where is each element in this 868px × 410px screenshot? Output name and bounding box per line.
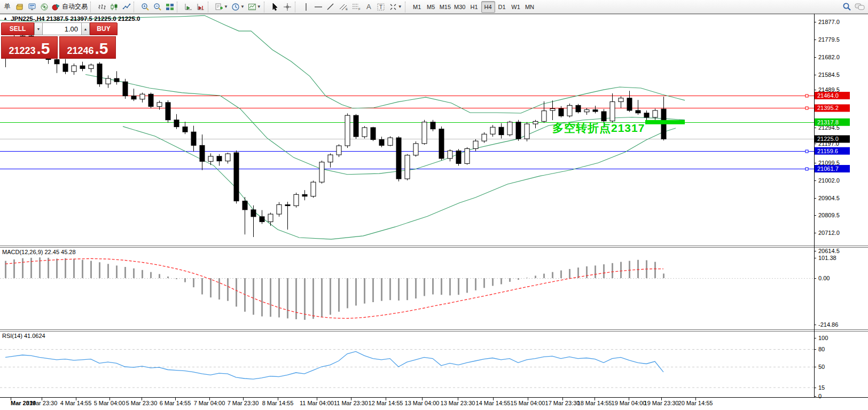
candle-bear (183, 127, 187, 132)
one-click-trading-panel: SELL ▼ 1.00 ▲ BUY 21223 .5 21246 .5 (1, 22, 118, 59)
chart-frame (0, 14, 868, 398)
chart-canvas[interactable]: 21877.021779.521682.021584.521489.521294… (0, 14, 868, 410)
axis-tick-label: 20904.5 (818, 195, 840, 201)
time-axis-label: 11 Mar 04:00 (300, 400, 334, 406)
signal-icon[interactable] (38, 1, 50, 13)
autotrading-button[interactable]: 自动交易 (50, 1, 89, 13)
hline-handle[interactable] (806, 107, 808, 109)
tab-timeframe-m15[interactable]: M15 (438, 1, 452, 13)
tab-timeframe-m30[interactable]: M30 (452, 1, 467, 13)
time-axis-label: 7 Mar 23:30 (228, 400, 259, 406)
candle-bear (644, 113, 649, 117)
candle-bear (499, 127, 504, 135)
symbol-period-label: JPN225-,H4 (11, 15, 44, 22)
macd-indicator-label: MACD(12,26,9) 22.45 45.28 (2, 249, 76, 255)
candle-bear (302, 194, 307, 196)
axis-tick-label: 21002.0 (818, 177, 840, 184)
candle-bear (396, 138, 401, 179)
new-chart-button[interactable]: ▼ (213, 1, 230, 13)
buy-price-display[interactable]: 21246 .5 (59, 36, 116, 59)
candlestick-chart-type-icon[interactable] (108, 1, 120, 13)
hline-handle[interactable] (806, 150, 808, 153)
auto-scroll-icon[interactable] (182, 1, 194, 13)
hline-handle[interactable] (806, 168, 808, 170)
candle-bull (473, 141, 478, 148)
toolbar-separator (405, 2, 409, 12)
candle-bear (601, 112, 606, 121)
sell-price-display[interactable]: 21223 .5 (1, 36, 58, 59)
tab-timeframe-h4[interactable]: H4 (481, 1, 495, 13)
tile-windows-icon[interactable] (163, 1, 176, 13)
sell-button[interactable]: SELL (1, 22, 34, 35)
channel-tool-icon[interactable]: E (337, 1, 350, 13)
toolbar-separator (264, 2, 268, 12)
candle-bull (157, 102, 162, 106)
price-badge[interactable]: 21317.8 (815, 119, 850, 126)
tab-timeframe-m5[interactable]: M5 (424, 1, 438, 13)
tab-timeframe-h1[interactable]: H1 (467, 1, 481, 13)
candle-bull (507, 122, 512, 135)
svg-text:T: T (379, 4, 382, 10)
arrows-tool-button[interactable]: ▼ (387, 1, 404, 13)
price-badge[interactable]: 21464.0 (815, 92, 850, 99)
candle-bear (200, 145, 205, 161)
hline-handle[interactable] (806, 94, 808, 97)
candle-bear (627, 98, 632, 111)
price-badge[interactable]: 21061.7 (815, 165, 850, 172)
zoom-out-icon[interactable] (151, 1, 163, 13)
candle-bear (80, 66, 85, 68)
market-watch-icon[interactable] (13, 1, 26, 13)
chart-shift-icon[interactable] (194, 1, 207, 13)
templates-button[interactable]: ▼ (246, 1, 263, 13)
rsi-panel (0, 350, 814, 388)
candle-bear (63, 64, 68, 72)
terminal-icon[interactable] (26, 1, 38, 13)
bar-chart-type-icon[interactable] (96, 1, 108, 13)
collapse-panel-icon[interactable]: ▲ (3, 16, 7, 21)
dropdown-caret-icon: ▼ (398, 4, 402, 9)
label-tool-icon[interactable]: T (375, 1, 387, 13)
highlight-bar[interactable] (645, 120, 685, 124)
time-axis[interactable]: Mar 20193 Mar 23:304 Mar 14:555 Mar 04:0… (11, 398, 713, 406)
price-badge[interactable]: 21225.0 (815, 135, 850, 143)
periods-button[interactable]: ▼ (230, 1, 246, 13)
price-badge[interactable]: 21159.6 (815, 147, 850, 155)
tab-timeframe-w1[interactable]: W1 (509, 1, 523, 13)
axis-tick-label: 100 (818, 335, 828, 341)
candle-bear (636, 111, 640, 113)
text-tool-icon[interactable]: A (363, 1, 375, 13)
candle-bear (234, 153, 239, 201)
candle-bear (559, 109, 564, 116)
zoom-in-icon[interactable] (139, 1, 151, 13)
candle-bull (584, 110, 589, 112)
candle-bear (97, 64, 102, 84)
svg-text:E: E (346, 7, 348, 11)
cursor-tool-icon[interactable] (269, 1, 281, 13)
volume-increase-button[interactable]: ▲ (81, 22, 90, 35)
search-icon[interactable] (841, 1, 853, 13)
price-badge[interactable]: 21395.2 (815, 104, 850, 112)
tab-timeframe-mn[interactable]: MN (523, 1, 537, 13)
volume-decrease-button[interactable]: ▼ (34, 22, 43, 35)
tab-timeframe-m1[interactable]: M1 (410, 1, 424, 13)
line-chart-type-icon[interactable] (120, 1, 132, 13)
time-axis-label: 15 Mar 04:00 (511, 400, 545, 406)
volume-input[interactable]: 1.00 (43, 22, 81, 35)
fibonacci-tool-icon[interactable]: F (350, 1, 363, 13)
chat-icon[interactable] (853, 1, 867, 13)
vertical-line-tool-icon[interactable] (300, 1, 312, 13)
candle-bull (72, 66, 76, 72)
new-order-button[interactable]: 单 (1, 1, 13, 13)
candle-bear (251, 210, 256, 217)
chart-window: 21877.021779.521682.021584.521489.521294… (0, 14, 868, 410)
buy-button[interactable]: BUY (90, 22, 118, 35)
tab-timeframe-d1[interactable]: D1 (495, 1, 509, 13)
trendline-tool-icon[interactable] (325, 1, 337, 13)
toolbar-separator (295, 2, 299, 12)
chart-annotation-text[interactable]: 多空转折点21317 (552, 121, 645, 136)
candle-bull (533, 121, 538, 124)
crosshair-tool-icon[interactable] (281, 1, 294, 13)
horizontal-line-tool-icon[interactable] (312, 1, 325, 13)
candle-bear (593, 110, 598, 112)
candle-bull (345, 115, 350, 146)
